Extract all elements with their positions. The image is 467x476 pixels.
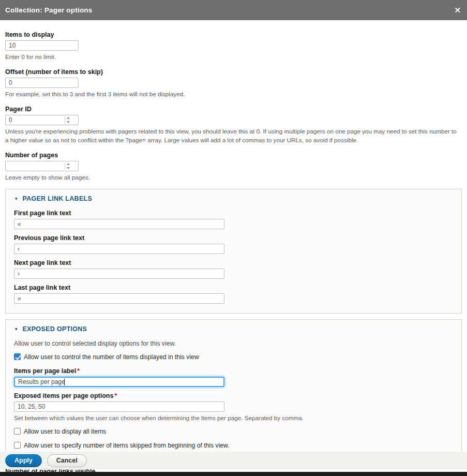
items-per-page-label-text: Items per page label	[14, 367, 76, 375]
field-pager-id: Pager ID Unless you're experiencing prob…	[5, 106, 462, 145]
exposed-options-legend[interactable]: ▼ EXPOSED OPTIONS	[14, 325, 453, 333]
checkbox-unchecked-icon[interactable]	[14, 442, 21, 449]
items-per-page-label-input[interactable]	[14, 377, 224, 387]
checkbox-skip-items[interactable]: Allow user to specify number of items sk…	[14, 442, 453, 449]
field-items-per-page-label: Items per page label*	[14, 367, 453, 387]
cancel-button[interactable]: Cancel	[47, 454, 87, 467]
previous-page-link-text-input[interactable]	[14, 244, 224, 254]
first-page-link-text-input[interactable]	[14, 219, 224, 229]
items-to-display-input[interactable]	[5, 40, 79, 51]
pager-link-labels-legend[interactable]: ▼ PAGER LINK LABELS	[14, 195, 453, 202]
number-spinner-icon[interactable]	[65, 163, 69, 169]
fieldset-pager-link-labels: ▼ PAGER LINK LABELS First page link text…	[5, 189, 462, 314]
checkbox-label: Allow user to display all items	[24, 428, 106, 435]
items-to-display-help: Enter 0 for no limit.	[5, 53, 460, 62]
apply-button[interactable]: Apply	[5, 454, 42, 467]
previous-page-link-text-label: Previous page link text	[14, 234, 453, 242]
last-page-link-text-input[interactable]	[14, 293, 224, 304]
legend-label: EXPOSED OPTIONS	[22, 325, 87, 333]
checkbox-checked-icon[interactable]	[14, 353, 21, 360]
page-background-strip	[0, 472, 467, 476]
next-page-link-text-input[interactable]	[14, 269, 224, 279]
last-page-link-text-label: Last page link text	[14, 284, 453, 291]
fieldset-exposed-options: ▼ EXPOSED OPTIONS Allow user to control …	[5, 319, 462, 460]
offset-input[interactable]	[5, 78, 79, 88]
exposed-options-intro: Allow user to control selected display o…	[14, 340, 453, 347]
field-offset: Offset (number of items to skip) For exa…	[5, 68, 462, 99]
dialog-title: Collection: Pager options	[5, 6, 93, 14]
dialog-header: Collection: Pager options ✕	[0, 0, 467, 20]
required-asterisk: *	[114, 392, 117, 399]
field-number-of-pages: Number of pages Leave empty to show all …	[5, 152, 462, 182]
field-last-page-link-text: Last page link text	[14, 284, 453, 304]
checkbox-display-all-items[interactable]: Allow user to display all items	[14, 428, 453, 435]
exposed-items-options-input[interactable]	[14, 401, 224, 412]
field-previous-page-link-text: Previous page link text	[14, 234, 453, 254]
close-icon[interactable]: ✕	[454, 6, 461, 14]
offset-label: Offset (number of items to skip)	[5, 68, 462, 76]
number-of-pages-help: Leave empty to show all pages.	[5, 173, 460, 182]
field-exposed-items-per-page-options: Exposed items per page options* Set betw…	[14, 392, 453, 423]
checkbox-label: Allow user to specify number of items sk…	[24, 442, 230, 449]
chevron-down-icon: ▼	[14, 327, 18, 332]
chevron-down-icon: ▼	[14, 197, 18, 201]
first-page-link-text-label: First page link text	[14, 210, 453, 217]
text-cursor	[64, 379, 65, 385]
required-asterisk: *	[77, 367, 80, 375]
checkbox-label: Allow user to control the number of item…	[24, 353, 199, 361]
field-items-to-display: Items to display Enter 0 for no limit.	[5, 31, 462, 62]
exposed-items-options-help: Set between which values the user can ch…	[14, 414, 453, 423]
checkbox-unchecked-icon[interactable]	[14, 428, 21, 435]
exposed-items-options-label-text: Exposed items per page options	[14, 392, 113, 399]
field-first-page-link-text: First page link text	[14, 210, 453, 229]
checkbox-control-number-of-items[interactable]: Allow user to control the number of item…	[14, 353, 453, 361]
field-next-page-link-text: Next page link text	[14, 259, 453, 279]
offset-help: For example, set this to 3 and the first…	[5, 90, 460, 99]
number-spinner-icon[interactable]	[65, 117, 69, 123]
items-to-display-label: Items to display	[5, 31, 462, 38]
dialog-footer: Apply Cancel	[0, 452, 467, 469]
next-page-link-text-label: Next page link text	[14, 259, 453, 266]
legend-label: PAGER LINK LABELS	[22, 195, 92, 202]
number-of-pages-label: Number of pages	[5, 152, 462, 159]
pager-id-help: Unless you're experiencing problems with…	[5, 127, 460, 145]
pager-id-label: Pager ID	[5, 106, 462, 113]
dialog-body: Items to display Enter 0 for no limit. O…	[0, 20, 467, 476]
